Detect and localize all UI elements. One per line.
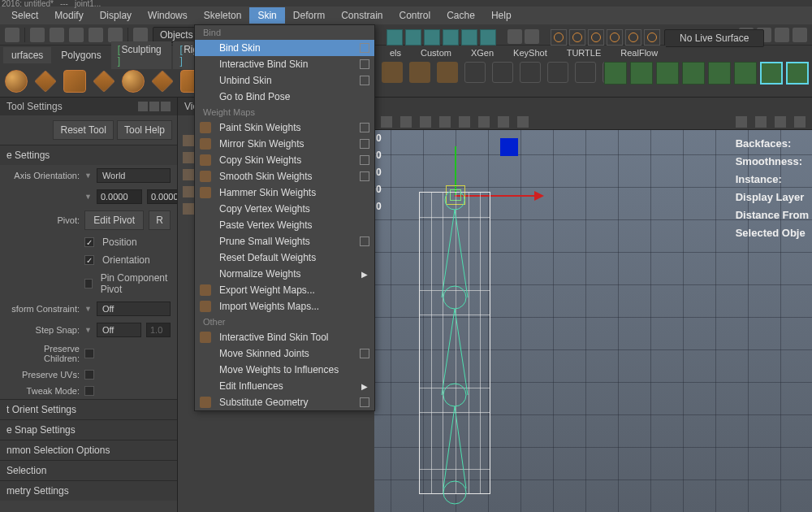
axis-orientation-dropdown[interactable]: World xyxy=(97,168,171,183)
vp-shade-icon[interactable] xyxy=(420,116,431,128)
shelf-tab-sculpting[interactable]: [ Sculpting ] xyxy=(111,41,172,69)
pin-component-checkbox[interactable] xyxy=(84,279,93,289)
vp-camera-icon[interactable] xyxy=(400,116,412,128)
shelf-tab-keyshot[interactable]: KeyShot xyxy=(505,46,555,60)
option-box-icon[interactable] xyxy=(360,349,369,358)
snap-icon-1[interactable] xyxy=(387,29,403,46)
menu-item-mirror-skin-weights[interactable]: Mirror Skin Weights xyxy=(195,136,374,152)
preserve-uvs-checkbox[interactable] xyxy=(84,370,94,380)
cube-icon[interactable] xyxy=(34,70,57,93)
menu-item-interactive-bind-skin-tool[interactable]: Interactive Bind Skin Tool xyxy=(195,329,374,345)
edit-pivot-button[interactable]: Edit Pivot xyxy=(84,210,144,230)
menu-constrain[interactable]: Constrain xyxy=(333,7,391,24)
menu-skeleton[interactable]: Skeleton xyxy=(196,7,250,24)
reset-tool-button[interactable]: Reset Tool xyxy=(53,120,113,140)
sym-icon-2[interactable] xyxy=(569,29,585,46)
save-icon[interactable] xyxy=(69,28,84,42)
folder-icon[interactable] xyxy=(30,28,45,42)
anim-icon-3[interactable] xyxy=(656,62,679,85)
menu-item-smooth-skin-weights[interactable]: Smooth Skin Weights xyxy=(195,168,374,184)
anim-icon-7[interactable] xyxy=(760,62,783,85)
menu-control[interactable]: Control xyxy=(391,7,439,24)
selection-mode[interactable]: Objects xyxy=(153,27,201,43)
menu-item-edit-influences[interactable]: Edit Influences▶ xyxy=(195,378,374,394)
cone-icon[interactable] xyxy=(93,70,115,93)
select-icon[interactable] xyxy=(133,28,148,42)
shelf-tab-realflow[interactable]: RealFlow xyxy=(612,46,666,60)
new-icon[interactable] xyxy=(5,28,19,42)
menu-select[interactable]: Select xyxy=(3,7,46,24)
menu-item-paste-vertex-weights[interactable]: Paste Vertex Weights xyxy=(195,217,374,233)
vp-gate-icon[interactable] xyxy=(755,116,767,128)
snap-icon-2[interactable] xyxy=(405,29,421,46)
vp-light-icon[interactable] xyxy=(439,116,451,128)
shelf-tab-els[interactable]: els xyxy=(382,46,409,60)
position-checkbox[interactable]: ✓ xyxy=(84,237,94,247)
poly-icon-1[interactable] xyxy=(382,62,403,83)
viewport[interactable]: Backfaces:Smoothness:Instance:Display La… xyxy=(374,114,812,512)
menu-item-move-skinned-joints[interactable]: Move Skinned Joints xyxy=(195,345,374,362)
menu-deform[interactable]: Deform xyxy=(285,7,333,24)
menu-item-substitute-geometry[interactable]: Substitute Geometry xyxy=(195,394,374,410)
menu-skin[interactable]: Skin xyxy=(249,7,284,24)
menu-help[interactable]: Help xyxy=(483,7,520,24)
menu-item-normalize-weights[interactable]: Normalize Weights▶ xyxy=(195,266,374,282)
tweak-mode-checkbox[interactable] xyxy=(84,386,94,396)
sphere-icon[interactable] xyxy=(5,70,28,93)
vp-iso-icon[interactable] xyxy=(736,116,747,128)
step-snap-dropdown[interactable]: Off xyxy=(97,323,141,337)
vp-res-icon[interactable] xyxy=(775,116,786,128)
cylinder-icon[interactable] xyxy=(63,70,86,93)
option-box-icon[interactable] xyxy=(360,155,369,165)
option-box-icon[interactable] xyxy=(360,397,369,407)
xform-constraint-dropdown[interactable]: Off xyxy=(97,302,171,316)
anim-icon-8[interactable] xyxy=(786,62,809,85)
pop-icon[interactable] xyxy=(149,102,159,111)
vp-wire-icon[interactable] xyxy=(459,116,470,128)
anim-icon-5[interactable] xyxy=(708,62,731,85)
option-box-icon[interactable] xyxy=(360,123,369,132)
shelf-tab-polygons[interactable]: Polygons xyxy=(53,47,109,63)
shelf-tab-turtle[interactable]: TURTLE xyxy=(559,46,610,60)
sym-icon-1[interactable] xyxy=(551,29,567,46)
undo-icon[interactable] xyxy=(89,28,103,42)
render-icon-3[interactable] xyxy=(775,28,789,42)
step-snap-value[interactable] xyxy=(146,323,171,337)
menu-item-reset-default-weights[interactable]: Reset Default Weights xyxy=(195,249,374,266)
poly-icon-6[interactable] xyxy=(520,62,541,83)
menu-item-copy-vertex-weights[interactable]: Copy Vertex Weights xyxy=(195,201,374,217)
section-header[interactable]: t Orient Settings xyxy=(0,399,177,419)
option-box-icon[interactable] xyxy=(360,171,369,181)
option-box-icon[interactable] xyxy=(360,76,369,85)
menu-item-unbind-skin[interactable]: Unbind Skin xyxy=(195,72,374,89)
menu-item-move-weights-to-influences[interactable]: Move Weights to Influences xyxy=(195,362,374,378)
torus-icon[interactable] xyxy=(122,70,145,93)
sym-icon-5[interactable] xyxy=(625,29,641,46)
joint-chain[interactable] xyxy=(419,192,490,509)
dock-icon[interactable] xyxy=(138,102,148,111)
shelf-tab-custom[interactable]: Custom xyxy=(412,46,460,60)
close-icon[interactable] xyxy=(161,102,171,111)
vp-xray-icon[interactable] xyxy=(498,116,509,128)
menu-item-copy-skin-weights[interactable]: Copy Skin Weights xyxy=(195,152,374,168)
anim-icon-1[interactable] xyxy=(604,62,627,85)
menu-item-prune-small-weights[interactable]: Prune Small Weights xyxy=(195,233,374,249)
menu-item-bind-skin[interactable]: Bind Skin xyxy=(195,40,374,56)
axis-value-2[interactable] xyxy=(147,189,178,204)
poly-icon-7[interactable] xyxy=(547,62,568,83)
shelf-tab-xgen[interactable]: XGen xyxy=(463,46,502,60)
poly-icon-4[interactable] xyxy=(464,62,486,83)
orientation-checkbox[interactable]: ✓ xyxy=(84,255,94,265)
section-header[interactable]: nmon Selection Options xyxy=(0,440,177,460)
sym-icon-6[interactable] xyxy=(644,29,660,46)
menu-item-hammer-skin-weights[interactable]: Hammer Skin Weights xyxy=(195,184,374,201)
anim-icon-6[interactable] xyxy=(734,62,757,85)
poly-icon-2[interactable] xyxy=(409,62,430,83)
lock-icon[interactable] xyxy=(508,29,522,44)
snap-icon-3[interactable] xyxy=(424,29,440,46)
option-box-icon[interactable] xyxy=(360,59,369,69)
live-surface-field[interactable]: No Live Surface xyxy=(664,29,764,47)
vp-tex-icon[interactable] xyxy=(478,116,490,128)
sym-icon-3[interactable] xyxy=(588,29,604,46)
snap-icon-6[interactable] xyxy=(480,29,496,46)
